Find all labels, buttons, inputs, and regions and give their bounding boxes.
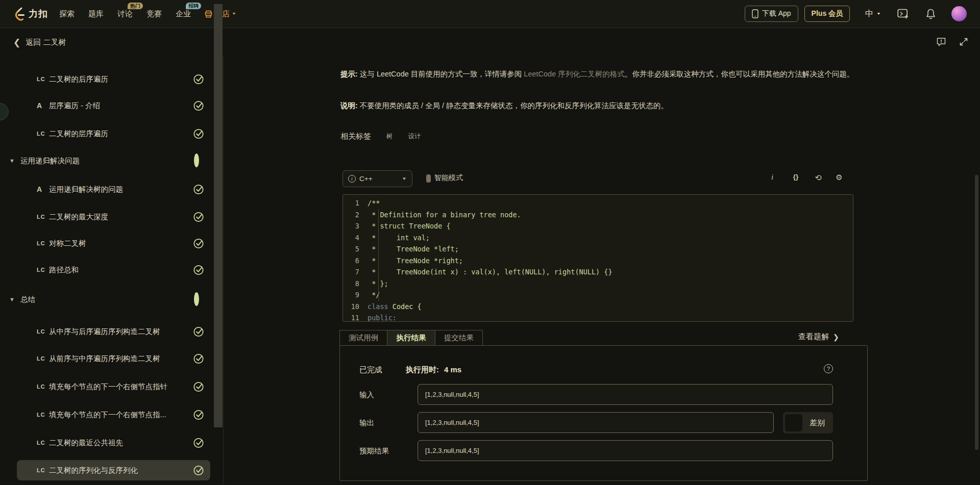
line-number: 10 bbox=[343, 301, 368, 313]
language-switcher[interactable]: 中 ▼ bbox=[865, 9, 881, 19]
fullscreen-expand-icon[interactable] bbox=[959, 37, 969, 47]
nav-item-企业[interactable]: 企业 招聘 bbox=[176, 9, 191, 19]
sidebar-item-路径总和[interactable]: LC 路径总和 bbox=[0, 260, 213, 280]
line-number: 9 bbox=[343, 289, 368, 301]
line-number: 7 bbox=[343, 266, 368, 278]
sidebar-item-label: 二叉树的最近公共祖先 bbox=[49, 438, 123, 448]
hint-label: 提示: bbox=[340, 70, 358, 78]
chevron-down-icon: ▼ bbox=[876, 12, 881, 16]
nav-item-探索[interactable]: 探索 bbox=[59, 9, 75, 19]
view-solution-link[interactable]: 查看题解 ❯ bbox=[798, 332, 839, 342]
leetcode-logo-icon bbox=[13, 7, 26, 21]
sidebar-item-二叉树的后序遍历[interactable]: LC 二叉树的后序遍历 bbox=[0, 69, 213, 89]
sidebar-item-label: 填充每个节点的下一个右侧节点指针 bbox=[49, 382, 167, 392]
tab-提交结果[interactable]: 提交结果 bbox=[435, 330, 482, 345]
code-lines: 1/** 2 * Definition for a binary tree no… bbox=[343, 197, 853, 322]
sidebar-item-label: 对称二叉树 bbox=[49, 239, 86, 248]
smart-mode-indicator bbox=[426, 174, 431, 183]
sidebar-item-label: 从前序与中序遍历序列构造二叉树 bbox=[49, 354, 160, 364]
code-line: 6 * TreeNode *right; bbox=[343, 255, 853, 267]
sidebar-item-二叉树的层序遍历[interactable]: LC 二叉树的层序遍历 bbox=[0, 123, 213, 144]
smart-mode-label[interactable]: 智能模式 bbox=[434, 173, 463, 183]
sidebar-item-填充每个节点的下一个右侧节点指...[interactable]: LC 填充每个节点的下一个右侧节点指... bbox=[0, 404, 213, 425]
reset-code-icon[interactable]: ⟲ bbox=[813, 173, 824, 183]
serialization-format-link[interactable]: LeetCode 序列化二叉树的格式 bbox=[524, 70, 624, 78]
sidebar-item-二叉树的序列化与反序列化[interactable]: LC 二叉树的序列化与反序列化 bbox=[17, 460, 210, 480]
lesson-type-badge: A bbox=[37, 185, 49, 193]
completed-check-icon bbox=[193, 264, 204, 275]
line-number: 5 bbox=[343, 243, 368, 255]
back-link-label: 返回 二叉树 bbox=[26, 38, 66, 47]
feedback-icon[interactable] bbox=[936, 37, 946, 47]
sidebar-item-从前序与中序遍历序列构造二叉树[interactable]: LC 从前序与中序遍历序列构造二叉树 bbox=[0, 348, 213, 369]
code-line: 4 * int val; bbox=[343, 232, 853, 244]
completed-check-icon bbox=[193, 465, 204, 476]
sidebar-section-label: 运用递归解决问题 bbox=[20, 156, 80, 166]
diff-button[interactable]: 差别 bbox=[783, 412, 833, 433]
sidebar-scrollbar[interactable] bbox=[214, 4, 223, 427]
line-number: 1 bbox=[343, 197, 368, 209]
lesson-type-badge: LC bbox=[37, 328, 49, 335]
page-scrollbar[interactable] bbox=[975, 175, 978, 450]
sidebar-item-从中序与后序遍历序列构造二叉树[interactable]: LC 从中序与后序遍历序列构造二叉树 bbox=[0, 321, 213, 342]
completed-check-icon bbox=[193, 437, 204, 448]
back-link[interactable]: ❮ 返回 二叉树 bbox=[13, 37, 66, 48]
tab-测试用例[interactable]: 测试用例 bbox=[340, 330, 387, 345]
plus-member-button[interactable]: Plus 会员 bbox=[804, 6, 850, 22]
sidebar-item-层序遍历 - 介绍[interactable]: A 层序遍历 - 介绍 bbox=[0, 95, 213, 116]
result-value-box[interactable]: [1,2,3,null,null,4,5] bbox=[418, 440, 833, 461]
lesson-type-badge: LC bbox=[37, 131, 49, 137]
help-icon[interactable]: ? bbox=[824, 364, 833, 373]
sidebar-item-对称二叉树[interactable]: LC 对称二叉树 bbox=[0, 233, 213, 253]
format-code-icon[interactable]: {} bbox=[790, 173, 801, 181]
code-line: 3 * struct TreeNode { bbox=[343, 220, 853, 232]
code-line: 5 * TreeNode *left; bbox=[343, 243, 853, 255]
lesson-sidebar: LC 二叉树的后序遍历 A 层序遍历 - 介绍 LC 二叉树的层序遍历 ▼ 运用… bbox=[0, 56, 223, 485]
code-line: 10class Codec { bbox=[343, 301, 853, 313]
user-avatar[interactable] bbox=[951, 6, 967, 21]
sidebar-item-填充每个节点的下一个右侧节点指针[interactable]: LC 填充每个节点的下一个右侧节点指针 bbox=[0, 376, 213, 397]
nav-item-题库[interactable]: 题库 bbox=[88, 9, 104, 19]
sidebar-section-label: 总结 bbox=[20, 295, 35, 304]
sidebar-item-label: 层序遍历 - 介绍 bbox=[49, 101, 100, 111]
code-editor[interactable]: 1/** 2 * Definition for a binary tree no… bbox=[342, 194, 853, 322]
view-solution-label: 查看题解 bbox=[798, 332, 829, 342]
chevron-left-icon: ❮ bbox=[13, 37, 20, 48]
notifications-bell-icon[interactable] bbox=[925, 8, 936, 19]
lesson-type-badge: LC bbox=[37, 214, 49, 220]
sidebar-item-二叉树的最大深度[interactable]: LC 二叉树的最大深度 bbox=[0, 207, 213, 227]
editor-settings-icon[interactable]: ⚙ bbox=[834, 173, 845, 182]
runtime-label: 执行用时: bbox=[406, 365, 439, 375]
related-tags-title: 相关标签 bbox=[340, 132, 371, 141]
result-row-label: 输出 bbox=[359, 418, 374, 428]
lesson-type-badge: LC bbox=[37, 267, 49, 273]
nav-item-讨论[interactable]: 讨论 热门 bbox=[117, 9, 133, 19]
diff-swatch bbox=[785, 414, 802, 431]
tab-执行结果[interactable]: 执行结果 bbox=[387, 330, 434, 345]
language-select[interactable]: i C++ ▼ bbox=[342, 170, 412, 187]
result-value-box[interactable]: [1,2,3,null,null,4,5] bbox=[418, 412, 774, 433]
editor-info-icon[interactable]: i bbox=[767, 173, 778, 182]
completed-check-icon bbox=[193, 409, 204, 420]
course-subheader: ❮ 返回 二叉树 bbox=[0, 29, 980, 56]
progress-ring-icon bbox=[194, 295, 199, 304]
nav-item-竞赛[interactable]: 竞赛 bbox=[146, 9, 162, 19]
nav-item-label: 探索 bbox=[59, 9, 75, 19]
sidebar-section-总结[interactable]: ▼ 总结 bbox=[0, 289, 213, 310]
completed-check-icon bbox=[193, 211, 204, 222]
sidebar-section-运用递归解决问题[interactable]: ▼ 运用递归解决问题 bbox=[0, 150, 213, 171]
sidebar-item-运用递归解决树的问题[interactable]: A 运用递归解决树的问题 bbox=[0, 179, 213, 199]
leetcode-logo[interactable]: 力扣 bbox=[13, 7, 48, 21]
result-value-box[interactable]: [1,2,3,null,null,4,5] bbox=[418, 384, 833, 405]
language-label: 中 bbox=[865, 9, 873, 19]
sidebar-item-二叉树的最近公共祖先[interactable]: LC 二叉树的最近公共祖先 bbox=[0, 432, 213, 453]
chevron-right-icon: ❯ bbox=[833, 333, 839, 341]
lesson-type-badge: LC bbox=[37, 440, 49, 446]
download-app-button[interactable]: 下载 App bbox=[745, 6, 798, 22]
code-session-icon[interactable] bbox=[897, 8, 909, 19]
lesson-type-badge: LC bbox=[37, 240, 49, 246]
tag-design[interactable]: 设计 bbox=[408, 132, 421, 141]
lesson-content: 提示: 这与 LeetCode 目前使用的方式一致，详情请参阅 LeetCode… bbox=[223, 56, 980, 485]
nav-badge-hot: 热门 bbox=[128, 3, 143, 9]
tag-tree[interactable]: 树 bbox=[386, 132, 393, 141]
